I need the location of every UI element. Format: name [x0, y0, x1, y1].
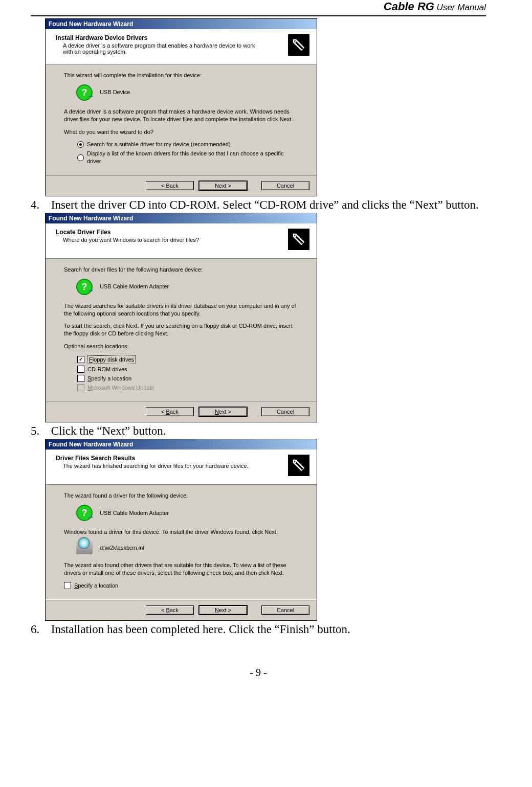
- wizard-content: This wizard will complete the installati…: [46, 64, 317, 175]
- intro-text: The wizard found a driver for the follow…: [64, 492, 298, 500]
- check-label: Floppy disk drives: [87, 355, 136, 364]
- wizard-locate-driver-files: Found New Hardware Wizard Locate Driver …: [45, 213, 317, 422]
- step-text: Click the “Next” button.: [51, 424, 166, 437]
- titlebar: Found New Hardware Wizard: [46, 213, 317, 223]
- checkbox-icon: [77, 375, 84, 382]
- wizard-heading: Install Hardware Device Drivers: [56, 34, 311, 41]
- prompt-text: What do you want the wizard to do?: [64, 128, 298, 136]
- button-bar: < Back Next > Cancel: [46, 401, 317, 422]
- page-number: - 9 -: [250, 667, 267, 678]
- check-windows-update: Microsoft Windows Update: [77, 384, 298, 392]
- device-row: ? USB Device: [76, 84, 298, 101]
- wizard-header-panel: Driver Files Search Results The wizard h…: [46, 449, 317, 485]
- explain-text: A device driver is a software program th…: [64, 108, 298, 123]
- radio-label: Display a list of the known drivers for …: [87, 150, 298, 165]
- device-icon: [288, 455, 309, 476]
- wizard-install-drivers: Found New Hardware Wizard Install Hardwa…: [45, 18, 317, 196]
- unknown-device-icon: ?: [76, 84, 93, 101]
- svg-point-1: [295, 235, 296, 237]
- explain-text-2: To start the search, click Next. If you …: [64, 322, 298, 338]
- radio-label: Search for a suitable driver for my devi…: [87, 141, 231, 148]
- next-button[interactable]: Next >: [198, 605, 248, 615]
- wizard-subheading: Where do you want Windows to search for …: [56, 236, 257, 243]
- check-specify-location[interactable]: Specify a location: [64, 582, 298, 590]
- svg-point-0: [295, 41, 296, 42]
- titlebar: Found New Hardware Wizard: [46, 19, 317, 29]
- wizard-content: Search for driver files for the followin…: [46, 259, 317, 401]
- explain-text-1: Windows found a driver for this device. …: [64, 528, 298, 536]
- device-row: ? USB Cable Modem Adapter: [76, 505, 298, 521]
- checkbox-icon: [64, 582, 71, 589]
- page-footer: - 9 -: [31, 667, 486, 679]
- intro-text: This wizard will complete the installati…: [64, 72, 298, 79]
- step-6: 6. Installation has been completed here.…: [31, 623, 486, 636]
- wizard-content: The wizard found a driver for the follow…: [46, 485, 317, 599]
- check-specify-location[interactable]: Specify a location: [77, 375, 298, 383]
- driver-path-row: d:\w2k\askbcm.inf: [76, 541, 298, 554]
- wizard-subheading: The wizard has finished searching for dr…: [56, 462, 257, 469]
- step-number: 4.: [31, 198, 48, 212]
- device-name: USB Cable Modem Adapter: [100, 283, 169, 290]
- wizard-heading: Locate Driver Files: [56, 229, 311, 236]
- checkbox-icon: [77, 384, 84, 391]
- explain-text-2: The wizard also found other drivers that…: [64, 561, 298, 577]
- button-bar: < Back Next > Cancel: [46, 599, 317, 620]
- wizard-header-panel: Locate Driver Files Where do you want Wi…: [46, 223, 317, 259]
- explain-text-1: The wizard searches for suitable drivers…: [64, 302, 298, 318]
- device-name: USB Device: [100, 88, 130, 96]
- check-label: Specify a location: [87, 375, 131, 383]
- back-button[interactable]: < Back: [146, 181, 194, 190]
- cd-drive-icon: [76, 541, 93, 554]
- unknown-device-icon: ?: [76, 505, 93, 521]
- step-number: 6.: [31, 623, 48, 636]
- cancel-button[interactable]: Cancel: [261, 605, 309, 615]
- unknown-device-icon: ?: [76, 279, 93, 295]
- titlebar: Found New Hardware Wizard: [46, 439, 317, 449]
- checkbox-icon: [77, 366, 84, 373]
- page-header: Cable RG User Manual: [31, 0, 486, 16]
- check-label: Microsoft Windows Update: [87, 384, 154, 392]
- radio-icon: [77, 154, 84, 161]
- header-subtitle: User Manual: [434, 3, 486, 12]
- check-label: CD-ROM drives: [87, 366, 127, 373]
- intro-text: Search for driver files for the followin…: [64, 266, 298, 274]
- step-text: Installation has been completed here. Cl…: [51, 623, 350, 636]
- device-row: ? USB Cable Modem Adapter: [76, 279, 298, 295]
- button-bar: < Back Next > Cancel: [46, 175, 317, 196]
- back-button[interactable]: < Back: [146, 407, 194, 416]
- next-button[interactable]: Next >: [198, 407, 248, 417]
- brand-name: Cable RG: [384, 0, 434, 13]
- radio-display-list[interactable]: Display a list of the known drivers for …: [77, 150, 298, 165]
- wizard-heading: Driver Files Search Results: [56, 455, 311, 462]
- check-floppy-drives[interactable]: Floppy disk drives: [77, 355, 298, 364]
- radio-search-driver[interactable]: Search for a suitable driver for my devi…: [77, 141, 298, 148]
- step-text: Insert the driver CD into CD-ROM. Select…: [51, 198, 479, 211]
- wizard-search-results: Found New Hardware Wizard Driver Files S…: [45, 439, 317, 620]
- cancel-button[interactable]: Cancel: [261, 407, 309, 416]
- check-cdrom-drives[interactable]: CD-ROM drives: [77, 366, 298, 373]
- device-name: USB Cable Modem Adapter: [100, 509, 169, 517]
- step-number: 5.: [31, 424, 48, 438]
- back-button[interactable]: < Back: [146, 605, 194, 615]
- check-label: Specify a location: [74, 582, 118, 590]
- step-5: 5. Click the “Next” button.: [31, 424, 486, 438]
- device-icon: [288, 229, 309, 250]
- svg-point-2: [295, 462, 296, 463]
- checkbox-icon: [77, 356, 84, 363]
- options-label: Optional search locations:: [64, 343, 298, 350]
- wizard-subheading: A device driver is a software program th…: [56, 41, 257, 55]
- radio-icon: [77, 141, 84, 148]
- device-icon: [288, 34, 309, 56]
- wizard-header-panel: Install Hardware Device Drivers A device…: [46, 29, 317, 64]
- cancel-button[interactable]: Cancel: [261, 181, 309, 190]
- step-4: 4. Insert the driver CD into CD-ROM. Sel…: [31, 198, 486, 212]
- driver-path: d:\w2k\askbcm.inf: [100, 544, 144, 552]
- next-button[interactable]: Next >: [198, 181, 248, 191]
